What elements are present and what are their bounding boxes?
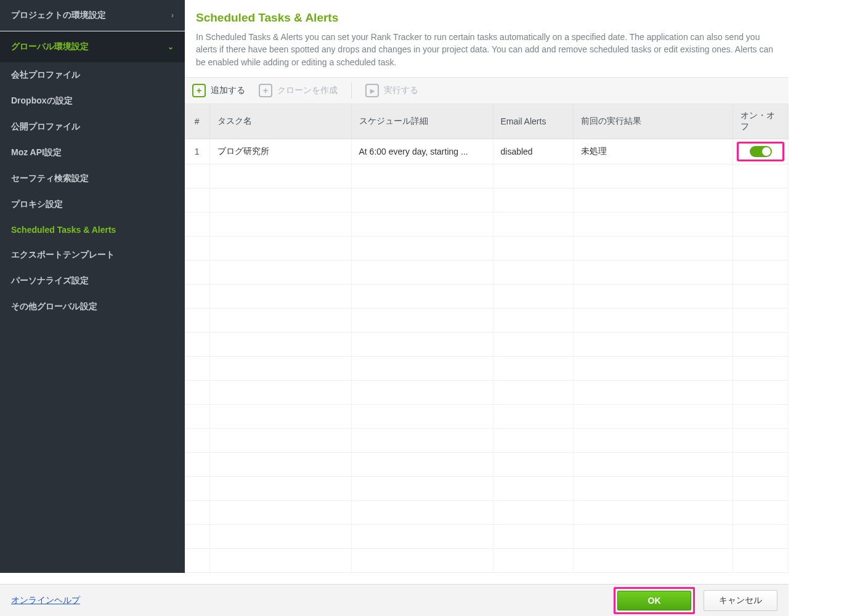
cell-onoff bbox=[733, 139, 789, 164]
footer: オンラインヘルプ OK キャンセル bbox=[0, 584, 789, 616]
sidebar-item-3[interactable]: Moz API設定 bbox=[0, 140, 185, 166]
page-title: Scheduled Tasks & Alerts bbox=[196, 11, 777, 25]
table-row-empty bbox=[185, 260, 789, 284]
table-row-empty bbox=[185, 356, 789, 380]
col-onoff[interactable]: オン・オフ bbox=[733, 104, 789, 139]
col-num[interactable]: # bbox=[185, 104, 209, 139]
plus-icon: + bbox=[259, 84, 272, 97]
sidebar-section-label: グローバル環境設定 bbox=[11, 41, 89, 52]
clone-button[interactable]: + クローンを作成 bbox=[259, 84, 338, 97]
clone-label: クローンを作成 bbox=[277, 85, 338, 96]
help-link[interactable]: オンラインヘルプ bbox=[11, 595, 80, 606]
divider bbox=[351, 83, 352, 99]
sidebar-item-5[interactable]: プロキシ設定 bbox=[0, 192, 185, 217]
sidebar-item-6[interactable]: Scheduled Tasks & Alerts bbox=[0, 217, 185, 242]
sidebar-item-0[interactable]: 会社プロファイル bbox=[0, 62, 185, 88]
sidebar-section-global[interactable]: グローバル環境設定 ⌄ bbox=[0, 31, 185, 62]
plus-icon: + bbox=[192, 84, 206, 97]
table-row[interactable]: 1ブログ研究所At 6:00 every day, starting ...di… bbox=[185, 139, 789, 164]
table-row-empty bbox=[185, 380, 789, 404]
table-row-empty bbox=[185, 188, 789, 212]
table-row-empty bbox=[185, 428, 789, 452]
table-row-empty bbox=[185, 236, 789, 260]
tasks-table: # タスク名 スケジュール詳細 Email Alerts 前回の実行結果 オン・… bbox=[185, 104, 789, 573]
main-panel: Scheduled Tasks & Alerts In Scheduled Ta… bbox=[185, 0, 789, 573]
sidebar-item-4[interactable]: セーフティ検索設定 bbox=[0, 166, 185, 192]
run-button[interactable]: ▸ 実行する bbox=[365, 84, 418, 97]
table-row-empty bbox=[185, 452, 789, 476]
sidebar-item-7[interactable]: エクスポートテンプレート bbox=[0, 242, 185, 268]
table-row-empty bbox=[185, 308, 789, 332]
sidebar-item-2[interactable]: 公開プロファイル bbox=[0, 114, 185, 140]
cell-result: 未処理 bbox=[573, 139, 733, 164]
toolbar: + 追加する + クローンを作成 ▸ 実行する bbox=[185, 77, 789, 104]
chevron-right-icon: › bbox=[171, 11, 174, 20]
col-schedule[interactable]: スケジュール詳細 bbox=[351, 104, 493, 139]
cell-alerts: disabled bbox=[493, 139, 573, 164]
sidebar-section-project[interactable]: プロジェクトの環境設定 › bbox=[0, 0, 185, 31]
table-row-empty bbox=[185, 524, 789, 548]
table-row-empty bbox=[185, 332, 789, 356]
add-label: 追加する bbox=[211, 85, 245, 96]
table-row-empty bbox=[185, 476, 789, 500]
sidebar: プロジェクトの環境設定 › グローバル環境設定 ⌄ 会社プロファイルDropbo… bbox=[0, 0, 185, 573]
col-alerts[interactable]: Email Alerts bbox=[493, 104, 573, 139]
col-name[interactable]: タスク名 bbox=[209, 104, 351, 139]
run-label: 実行する bbox=[384, 85, 418, 96]
sidebar-item-1[interactable]: Dropboxの設定 bbox=[0, 88, 185, 114]
toggle-switch[interactable] bbox=[750, 146, 772, 157]
ok-highlight: OK bbox=[614, 587, 695, 614]
sidebar-item-8[interactable]: パーソナライズ設定 bbox=[0, 268, 185, 294]
table-row-empty bbox=[185, 548, 789, 572]
cancel-button[interactable]: キャンセル bbox=[704, 590, 777, 611]
sidebar-item-9[interactable]: その他グローバル設定 bbox=[0, 294, 185, 320]
add-button[interactable]: + 追加する bbox=[192, 84, 245, 97]
cell-schedule: At 6:00 every day, starting ... bbox=[351, 139, 493, 164]
col-result[interactable]: 前回の実行結果 bbox=[573, 104, 733, 139]
table-row-empty bbox=[185, 404, 789, 428]
cell-name: ブログ研究所 bbox=[209, 139, 351, 164]
table-row-empty bbox=[185, 284, 789, 308]
table-row-empty bbox=[185, 500, 789, 524]
table-row-empty bbox=[185, 164, 789, 188]
table-row-empty bbox=[185, 212, 789, 236]
sidebar-section-label: プロジェクトの環境設定 bbox=[11, 10, 106, 21]
ok-button[interactable]: OK bbox=[617, 591, 691, 610]
play-icon: ▸ bbox=[365, 84, 379, 97]
page-description: In Scheduled Tasks & Alerts you can set … bbox=[196, 31, 777, 68]
chevron-down-icon: ⌄ bbox=[168, 43, 174, 51]
cell-num: 1 bbox=[185, 139, 209, 164]
